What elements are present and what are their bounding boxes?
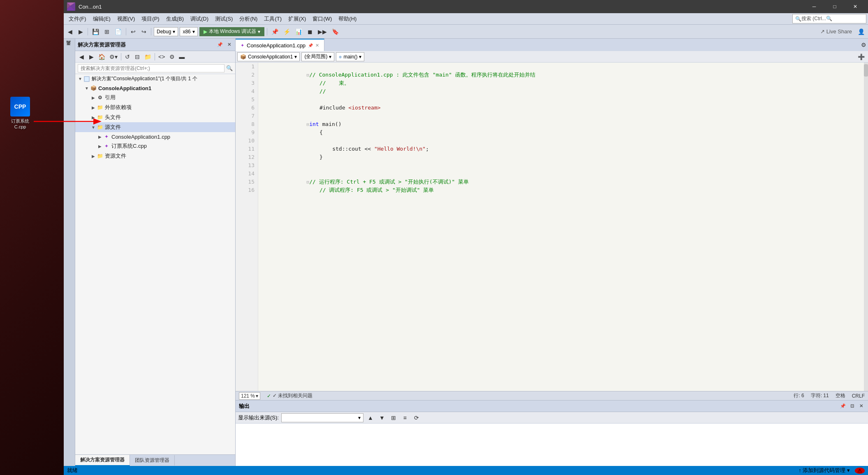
panel-collapse-button[interactable]: ⊟ [133, 52, 142, 61]
close-button[interactable]: ✕ [846, 0, 865, 13]
ticket-cpp-expand[interactable]: ▶ [97, 143, 103, 149]
tree-item-resource-files[interactable]: ▶ 📁 资源文件 [75, 151, 235, 161]
menu-tools[interactable]: 工具(T) [261, 14, 285, 23]
close-tab-button[interactable]: ✕ [315, 43, 319, 48]
menu-analyze[interactable]: 分析(N) [236, 14, 261, 23]
content-area: 解决方案资源管理器 工具箱 解决方案资源管理器 📌 ✕ ◀ ▶ 🏠 ⚙▾ ↺ [64, 39, 868, 466]
tree-item-source-files[interactable]: ▼ 📁 源文件 [75, 122, 235, 132]
toolbar-cmd2[interactable]: 📊 [294, 27, 304, 36]
output-float-button[interactable]: ⊡ [848, 403, 856, 410]
references-icon: ⚙ [97, 94, 103, 101]
forward-button[interactable]: ▶ [76, 27, 85, 36]
solution-search-input[interactable] [78, 64, 225, 72]
debug-config-dropdown[interactable]: Debug ▾ [154, 27, 178, 36]
output-pin-button[interactable]: 📌 [839, 403, 847, 410]
project-expand-icon[interactable]: ▼ [83, 85, 90, 91]
code-line-1: ⊟// ConsoleApplication1.cpp : 此文件包含 "mai… [262, 63, 861, 71]
output-close-button[interactable]: ✕ [857, 403, 865, 410]
panel-back-button[interactable]: ◀ [77, 52, 86, 61]
run-button[interactable]: ▶ 本地 Windows 调试器 ▾ [199, 27, 264, 36]
toolbar-pin[interactable]: 📌 [270, 27, 280, 36]
output-btn-3[interactable]: ⊞ [389, 413, 398, 422]
menu-window[interactable]: 窗口(W) [309, 14, 335, 23]
back-button[interactable]: ◀ [65, 27, 74, 36]
global-scope-dropdown[interactable]: (全局范围) ▾ [301, 52, 334, 61]
close-panel-button[interactable]: ✕ [225, 41, 233, 49]
tree-item-references[interactable]: ▶ ⚙ 引用 [75, 93, 235, 102]
scrollbar-thumb[interactable] [864, 64, 868, 77]
panel-forward-button[interactable]: ▶ [87, 52, 96, 61]
menu-view[interactable]: 视图(V) [114, 14, 138, 23]
panel-settings-button[interactable]: ⚙▾ [108, 52, 119, 61]
menu-test[interactable]: 测试(S) [212, 14, 236, 23]
toolbar-cmd1[interactable]: ⚡ [282, 27, 292, 36]
zoom-dropdown[interactable]: 121 % ▾ [239, 392, 260, 400]
nav-add-button[interactable]: ➕ [856, 52, 866, 61]
menu-file[interactable]: 文件(F) [65, 14, 90, 23]
output-btn-5[interactable]: ⟳ [412, 413, 421, 422]
source-control-label[interactable]: ↑ 添加到源代码管理 ▾ [799, 467, 850, 474]
solution-root-item[interactable]: ▼ 解决方案"ConsoleApplication1"(1 个项目/共 1 个 [75, 74, 235, 84]
menu-edit[interactable]: 编辑(E) [90, 14, 114, 23]
pin-panel-button[interactable]: 📌 [216, 41, 224, 49]
function-dropdown[interactable]: ⎈ main() ▾ [336, 52, 364, 61]
profile-button[interactable]: 👤 [856, 27, 866, 36]
toolbar-cmd3[interactable]: ◼ [306, 27, 315, 36]
solution-expand-icon[interactable]: ▼ [77, 76, 83, 82]
project-item[interactable]: ▼ 📦 ConsoleApplication1 [75, 84, 235, 93]
minimize-button[interactable]: ─ [805, 0, 824, 13]
editor-scrollbar[interactable] [864, 63, 868, 391]
panel-filter-button[interactable]: ▬ [177, 52, 186, 61]
maximize-button[interactable]: □ [825, 0, 844, 13]
menu-bar: 文件(F) 编辑(E) 视图(V) 项目(P) 生成(B) 调试(D) 测试(S… [64, 13, 868, 25]
editor-tab-console-cpp[interactable]: ✦ ConsoleApplication1.cpp 📌 ✕ [236, 39, 324, 51]
panel-code-button[interactable]: <> [157, 52, 167, 61]
menu-extensions[interactable]: 扩展(X) [285, 14, 309, 23]
sidebar-tab-toolbox[interactable]: 工具箱 [64, 45, 75, 52]
save-button[interactable]: 💾 [90, 27, 101, 36]
project-icon: 📦 [90, 85, 97, 91]
undo-button[interactable]: ↩ [129, 27, 138, 36]
folder-icon-2: 📁 [97, 114, 103, 121]
solution-explorer-tab[interactable]: 解决方案资源管理器 [75, 455, 130, 466]
sidebar-tab-solution-explorer[interactable]: 解决方案资源管理器 [64, 39, 75, 45]
editor-settings-button[interactable]: ⚙ [859, 40, 868, 49]
tree-item-external-deps[interactable]: ▶ 📁 外部依赖项 [75, 102, 235, 112]
toolbar-cmd4[interactable]: ▶▶ [316, 27, 329, 36]
check-icon: ✓ [267, 393, 271, 399]
panel-props-button[interactable]: ⚙ [167, 52, 176, 61]
source-expand[interactable]: ▼ [90, 124, 97, 130]
redo-button[interactable]: ↪ [139, 27, 148, 36]
output-btn-2[interactable]: ▼ [377, 413, 387, 422]
line-numbers: 1 2 3 4 5 6 7 8 9 10 11 12 13 14 [236, 63, 258, 391]
output-source-dropdown[interactable]: ▾ [281, 413, 363, 422]
resource-expand[interactable]: ▶ [90, 153, 97, 159]
output-btn-4[interactable]: ≡ [400, 413, 410, 422]
console-cpp-expand[interactable]: ▶ [97, 133, 103, 140]
platform-dropdown[interactable]: x86 ▾ [180, 27, 197, 36]
code-line-5: #include <iostream> [262, 95, 861, 104]
save-all-button[interactable]: ⊞ [102, 27, 111, 36]
team-explorer-tab[interactable]: 团队资源管理器 [130, 455, 175, 466]
panel-add-button[interactable]: 📁 [143, 52, 153, 61]
tree-item-header-files[interactable]: ▶ 📁 头文件 [75, 112, 235, 122]
output-btn-1[interactable]: ▲ [366, 413, 375, 422]
code-editor[interactable]: ⊟// ConsoleApplication1.cpp : 此文件包含 "mai… [258, 63, 864, 391]
desktop-icon[interactable]: CPP 订票系统C.cpp [10, 97, 30, 129]
project-scope-dropdown[interactable]: 📦 ConsoleApplication1 ▾ [237, 52, 300, 61]
references-expand[interactable]: ▶ [90, 94, 97, 101]
header-expand[interactable]: ▶ [90, 114, 97, 121]
menu-help[interactable]: 帮助(H) [335, 14, 360, 23]
menu-debug[interactable]: 调试(D) [187, 14, 212, 23]
ext-deps-expand[interactable]: ▶ [90, 104, 97, 111]
live-share-button[interactable]: ↗ Live Share [818, 28, 854, 35]
menu-search-box[interactable]: 🔍 搜索 (Ctrl...🔍 [792, 14, 866, 23]
add-file-button[interactable]: 📄 [113, 27, 123, 36]
tree-item-ticket-cpp[interactable]: ▶ ✦ 订票系统C.cpp [75, 141, 235, 151]
menu-project[interactable]: 项目(P) [138, 14, 162, 23]
menu-build[interactable]: 生成(B) [163, 14, 187, 23]
panel-refresh-button[interactable]: ↺ [123, 52, 132, 61]
toolbar-bookmark[interactable]: 🔖 [330, 27, 340, 36]
panel-home-button[interactable]: 🏠 [97, 52, 107, 61]
tree-item-console-cpp[interactable]: ▶ ✦ ConsoleApplication1.cpp [75, 132, 235, 141]
